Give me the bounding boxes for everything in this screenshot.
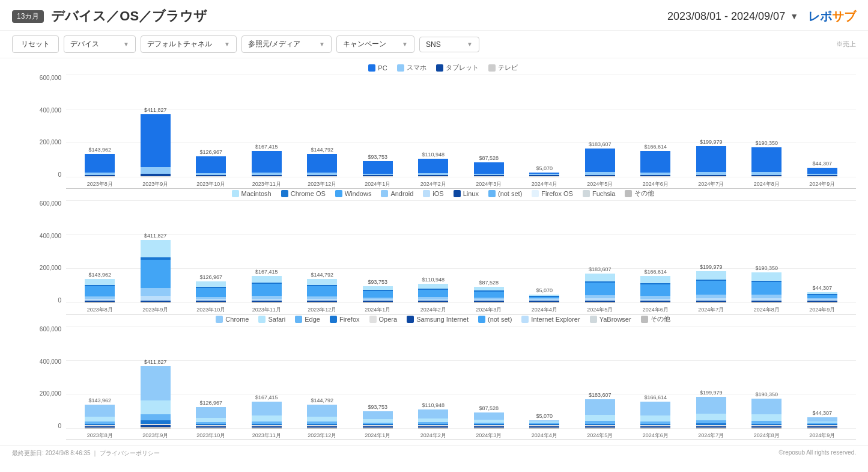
bar-group: $183,607 <box>585 200 615 303</box>
date-dropdown-icon[interactable]: ▼ <box>790 11 798 21</box>
bar-group: $144,792 <box>307 200 337 303</box>
sns-filter[interactable]: SNS ▼ <box>419 37 479 52</box>
legend-label: Linux <box>463 190 479 197</box>
legend-item: タブレット <box>436 63 479 72</box>
x-label: 2023年10月 <box>193 432 229 440</box>
bar-segment <box>474 176 504 177</box>
bar-stack <box>529 295 559 303</box>
device-bars: $143,962$411,827$126,967$167,415$144,792… <box>66 75 856 177</box>
legend-item: PC <box>368 64 387 72</box>
bar-value-label: $93,753 <box>368 404 387 410</box>
chevron-down-icon: ▼ <box>467 41 473 48</box>
legend-color <box>478 316 485 323</box>
reset-button[interactable]: リセット <box>12 35 59 53</box>
last-updated: 最終更新日: 2024/9/8 8:46:35 ｜ プライバシーポリシー <box>12 449 160 458</box>
bar-segment <box>141 240 171 257</box>
os-chart: 600,000 400,000 200,000 0 $143,962$411,8… <box>30 200 856 314</box>
bar-group: $126,967 <box>196 200 226 303</box>
x-label: 2023年8月 <box>82 306 118 314</box>
bar-segment <box>252 302 282 303</box>
bar-segment <box>529 428 559 429</box>
legend-color <box>488 64 496 72</box>
legend-color <box>381 190 388 197</box>
bar-value-label: $144,792 <box>311 272 333 278</box>
bar-segment <box>696 176 726 177</box>
browser-bars: $143,962$411,827$126,967$167,415$144,792… <box>66 326 856 429</box>
bar-value-label: $411,827 <box>144 107 167 113</box>
source-filter[interactable]: 参照元/メディア ▼ <box>241 35 332 53</box>
device-filter[interactable]: デバイス ▼ <box>64 35 136 53</box>
sales-note: ※売上 <box>836 40 856 49</box>
bar-segment <box>807 428 837 429</box>
bar-value-label: $126,967 <box>199 400 222 406</box>
bar-stack <box>640 151 670 177</box>
bar-segment <box>585 302 615 303</box>
x-axis-browser: 2023年8月2023年9月2023年10月2023年11月2023年12月20… <box>66 432 856 440</box>
legend-color <box>454 190 461 197</box>
x-label: 2024年9月 <box>804 180 840 188</box>
legend-label: タブレット <box>446 63 479 72</box>
bar-segment <box>363 302 393 303</box>
bar-stack <box>529 173 559 177</box>
bar-segment <box>640 276 670 283</box>
x-label: 2024年7月 <box>693 432 729 440</box>
x-label: 2024年4月 <box>526 180 562 188</box>
x-label: 2023年8月 <box>82 432 118 440</box>
bar-segment <box>85 176 115 177</box>
bar-stack <box>252 151 282 177</box>
chevron-down-icon: ▼ <box>319 41 325 48</box>
bar-stack <box>85 279 115 303</box>
bar-stack <box>474 412 504 429</box>
bar-value-label: $110,948 <box>422 277 445 283</box>
bar-group: $5,070 <box>529 200 559 303</box>
bar-group: $167,415 <box>252 200 282 303</box>
x-label: 2024年3月 <box>471 180 507 188</box>
bar-segment <box>141 414 171 420</box>
bar-group: $411,827 <box>141 200 171 303</box>
bar-stack <box>252 402 282 429</box>
bar-stack <box>474 162 504 177</box>
bar-segment <box>363 286 393 290</box>
legend-item: iOS <box>423 190 443 197</box>
legend-item: Opera <box>369 316 398 323</box>
bar-stack <box>196 281 226 303</box>
bar-group: $93,753 <box>363 200 393 303</box>
bar-segment <box>418 284 448 289</box>
legend-item: Firefox <box>330 316 360 323</box>
bar-segment <box>640 284 670 296</box>
bar-stack <box>363 286 393 303</box>
bar-group: $190,350 <box>751 200 782 303</box>
bar-segment <box>751 414 782 421</box>
legend-color <box>407 316 414 323</box>
bar-group: $167,415 <box>252 75 282 177</box>
bar-group: $44,307 <box>807 200 837 303</box>
bar-stack <box>696 146 726 177</box>
bar-value-label: $143,962 <box>88 272 111 278</box>
campaign-filter[interactable]: キャンペーン ▼ <box>336 35 414 53</box>
legend-color <box>436 64 443 72</box>
bar-segment <box>751 272 782 281</box>
legend-item: その他 <box>641 314 670 323</box>
bar-segment <box>696 397 726 414</box>
bar-segment <box>363 428 393 429</box>
bar-stack <box>418 409 448 429</box>
bar-segment <box>807 302 837 303</box>
bar-stack <box>196 407 226 429</box>
bar-group: $143,962 <box>85 200 115 303</box>
bar-value-label: $199,979 <box>700 139 723 145</box>
bar-value-label: $183,607 <box>589 141 612 147</box>
x-label: 2024年5月 <box>582 432 618 440</box>
bar-value-label: $166,614 <box>644 144 667 150</box>
channel-filter[interactable]: デフォルトチャネル ▼ <box>141 35 237 53</box>
bar-stack <box>196 156 226 177</box>
bar-segment <box>141 302 171 303</box>
x-label: 2024年1月 <box>360 306 396 314</box>
legend-item: テレビ <box>488 63 518 72</box>
x-label: 2024年8月 <box>748 306 785 314</box>
bar-group: $190,350 <box>751 75 782 177</box>
bar-segment <box>85 428 115 429</box>
bar-group: $199,979 <box>696 75 726 177</box>
bar-value-label: $87,528 <box>479 405 499 411</box>
bar-segment <box>474 292 504 298</box>
legend-color <box>330 316 337 323</box>
